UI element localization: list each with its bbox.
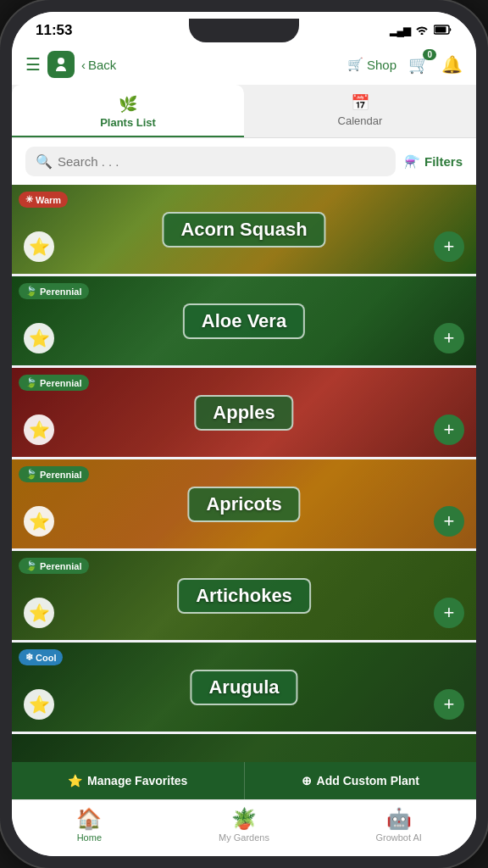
plant-name: Artichokes <box>196 585 292 606</box>
cart-button[interactable]: 🛒 0 <box>408 54 430 75</box>
shop-button[interactable]: 🛒 Shop <box>347 57 396 72</box>
sun-icon: ✳ <box>25 194 33 205</box>
plant-name-wrap: Arugula <box>190 670 297 705</box>
plant-card-acorn-squash[interactable]: ✳ Warm ⭐ Acorn Squash + <box>12 185 476 274</box>
nav-item-my-gardens[interactable]: 🪴 My Gardens <box>167 807 322 843</box>
favorite-button[interactable]: ⭐ <box>24 506 54 537</box>
leaf-icon: 🍃 <box>25 469 37 480</box>
nav-label-home: Home <box>77 832 102 843</box>
status-time: 11:53 <box>36 22 72 39</box>
plant-name: Acorn Squash <box>180 219 307 240</box>
search-icon: 🔍 <box>36 153 53 170</box>
add-plant-button[interactable]: + <box>434 598 464 628</box>
perennial-badge: 🍃 Perennial <box>19 283 89 299</box>
wifi-icon <box>415 23 429 38</box>
battery-icon <box>434 23 452 38</box>
plant-name-wrap: Apricots <box>187 487 300 522</box>
header-left: ☰ ‹ Back <box>25 51 116 78</box>
leaf-icon: 🍃 <box>25 560 37 571</box>
app-header: ☰ ‹ Back 🛒 Shop 🛒 <box>12 44 476 85</box>
favorite-button[interactable]: ⭐ <box>24 598 54 628</box>
add-plant-button[interactable]: + <box>434 323 464 353</box>
back-button[interactable]: ‹ Back <box>81 58 116 72</box>
search-input[interactable] <box>58 154 385 169</box>
leaf-icon: 🍃 <box>25 377 37 388</box>
growbot-nav-icon: 🤖 <box>386 807 412 831</box>
chevron-left-icon: ‹ <box>81 58 86 72</box>
svg-point-2 <box>58 58 64 64</box>
home-nav-icon: 🏠 <box>76 807 102 831</box>
add-plant-button[interactable]: + <box>434 506 464 537</box>
add-plant-button[interactable]: + <box>434 415 464 445</box>
nav-label-my-gardens: My Gardens <box>219 832 269 843</box>
search-input-wrap[interactable]: 🔍 <box>25 147 396 176</box>
notification-bell-icon[interactable]: 🔔 <box>441 54 463 75</box>
plant-name: Apples <box>213 402 274 423</box>
nav-item-home[interactable]: 🏠 Home <box>12 807 167 843</box>
plant-name-wrap: Apples <box>194 395 293 431</box>
plant-card-aloe-vera[interactable]: 🍃 Perennial ⭐ Aloe Vera + <box>12 276 476 365</box>
perennial-badge: 🍃 Perennial <box>19 558 89 574</box>
tab-plants-list[interactable]: 🌿 Plants List <box>12 85 244 137</box>
leaf-icon: 🌿 <box>119 95 137 114</box>
plant-name: Apricots <box>206 493 281 515</box>
phone-frame: 11:53 ▂▄▆ ☰ <box>0 0 488 868</box>
action-bar: ⭐ Manage Favorites ⊕ Add Custom Plant <box>12 762 476 799</box>
plant-list: ✳ Warm ⭐ Acorn Squash + 🍃 Perennial ⭐ <box>12 185 476 762</box>
favorite-button[interactable]: ⭐ <box>24 231 54 262</box>
star-icon: ⭐ <box>68 774 82 787</box>
app-logo[interactable] <box>47 51 75 78</box>
perennial-badge: 🍃 Perennial <box>19 466 89 482</box>
svg-rect-1 <box>435 27 446 33</box>
snowflake-icon: ❄ <box>25 652 33 663</box>
plant-name-wrap: Acorn Squash <box>162 212 325 248</box>
plant-name-wrap: Aloe Vera <box>183 303 305 339</box>
cart-badge: 0 <box>423 49 436 60</box>
nav-item-growbot-ai[interactable]: 🤖 Growbot AI <box>321 807 476 843</box>
favorite-button[interactable]: ⭐ <box>24 689 54 720</box>
plant-card-apples[interactable]: 🍃 Perennial ⭐ Apples + <box>12 368 476 457</box>
header-right: 🛒 Shop 🛒 0 🔔 <box>347 54 463 75</box>
menu-icon[interactable]: ☰ <box>25 54 41 75</box>
calendar-icon: 📅 <box>351 93 369 112</box>
add-plant-button[interactable]: + <box>434 231 464 262</box>
add-custom-plant-button[interactable]: ⊕ Add Custom Plant <box>245 762 477 799</box>
plus-circle-icon: ⊕ <box>302 774 312 787</box>
signal-icon: ▂▄▆ <box>390 25 410 36</box>
filter-icon: ⚗️ <box>404 154 420 170</box>
phone-screen: 11:53 ▂▄▆ ☰ <box>12 12 476 856</box>
plant-card-arugula[interactable]: ❄ Cool ⭐ Arugula + <box>12 643 476 732</box>
leaf-icon: 🍃 <box>25 286 37 297</box>
plant-card-artichokes[interactable]: 🍃 Perennial ⭐ Artichokes + <box>12 551 476 640</box>
tab-bar: 🌿 Plants List 📅 Calendar <box>12 85 476 138</box>
status-icons: ▂▄▆ <box>390 23 452 38</box>
favorite-button[interactable]: ⭐ <box>24 415 54 445</box>
warm-badge: ✳ Warm <box>19 192 68 208</box>
add-plant-button[interactable]: + <box>434 689 464 720</box>
plant-card-apricots[interactable]: 🍃 Perennial ⭐ Apricots + <box>12 459 476 548</box>
nav-label-growbot-ai: Growbot AI <box>375 832 421 843</box>
perennial-badge: 🍃 Perennial <box>19 375 89 391</box>
bottom-nav: 🏠 Home 🪴 My Gardens 🤖 Growbot AI <box>12 799 476 856</box>
tab-calendar[interactable]: 📅 Calendar <box>244 85 476 137</box>
plant-card-partial: 🍃 Perennial 🏡 Start Indoors Now <box>12 734 476 762</box>
gardens-nav-icon: 🪴 <box>231 807 257 831</box>
search-bar: 🔍 ⚗️ Filters <box>12 138 476 185</box>
filter-button[interactable]: ⚗️ Filters <box>404 154 463 170</box>
plant-name: Aloe Vera <box>202 310 286 331</box>
plant-name-wrap: Artichokes <box>177 578 311 614</box>
notch <box>189 19 299 42</box>
favorite-button[interactable]: ⭐ <box>24 323 54 353</box>
cool-badge: ❄ Cool <box>19 649 63 665</box>
manage-favorites-button[interactable]: ⭐ Manage Favorites <box>12 762 245 799</box>
shop-icon: 🛒 <box>347 57 363 72</box>
plant-name: Arugula <box>208 676 279 698</box>
plant-overlay <box>12 734 476 762</box>
